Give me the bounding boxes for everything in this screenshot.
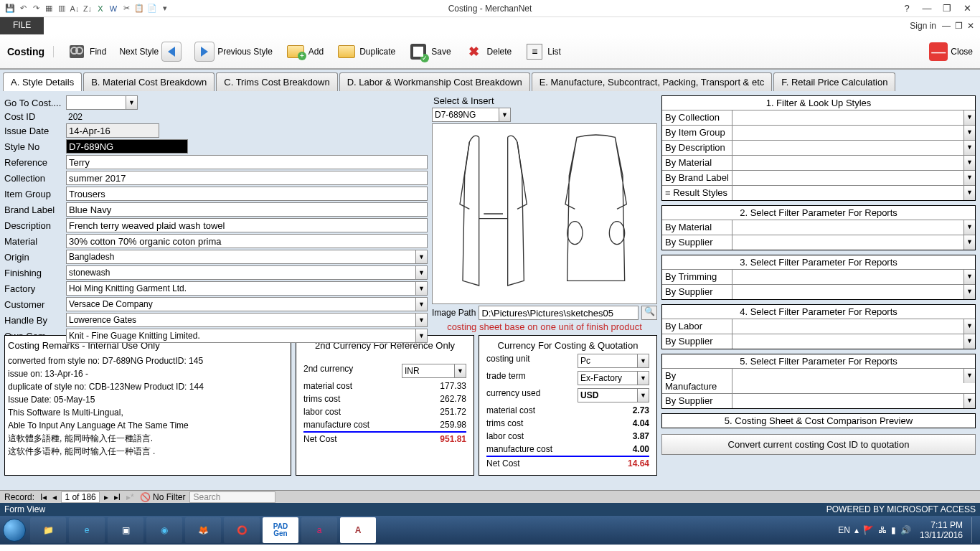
origin-combo[interactable]: Bangladesh▼: [66, 250, 428, 264]
paste-icon[interactable]: 📄: [146, 3, 158, 14]
word-icon[interactable]: W: [108, 3, 119, 14]
costing-unit-combo[interactable]: Pc▼: [578, 354, 649, 368]
taskbar-app2[interactable]: a: [301, 517, 337, 543]
p4-supplier-combo[interactable]: ▼: [732, 334, 975, 349]
tray-flag-icon[interactable]: 🚩: [863, 525, 874, 535]
item-group-field[interactable]: [66, 187, 428, 201]
tray-battery-icon[interactable]: ▮: [891, 525, 896, 535]
next-style-button[interactable]: Next Style: [119, 42, 182, 62]
tab-material-cost[interactable]: B. Material Cost Breakdown: [83, 72, 215, 91]
find-button[interactable]: Find: [67, 42, 106, 62]
help-icon[interactable]: ?: [900, 3, 914, 14]
nav-prev-icon[interactable]: ◂: [51, 492, 58, 502]
p3-supplier-combo[interactable]: ▼: [732, 285, 975, 299]
p2-supplier-combo[interactable]: ▼: [732, 235, 975, 250]
qat-icon[interactable]: ▥: [56, 3, 67, 14]
qat-dropdown-icon[interactable]: ▾: [159, 3, 171, 14]
image-path-field[interactable]: [479, 306, 639, 320]
tab-trims-cost[interactable]: C. Trims Cost Breakdown: [216, 72, 337, 91]
save-icon[interactable]: 💾: [4, 3, 16, 14]
by-collection-combo[interactable]: ▼: [732, 110, 975, 125]
save-button[interactable]: ✓Save: [408, 42, 451, 62]
qat-icon[interactable]: ▦: [43, 3, 55, 14]
prev-style-button[interactable]: Previous Style: [194, 42, 273, 62]
minimize-icon[interactable]: —: [920, 3, 934, 14]
result-styles-combo[interactable]: ▼: [732, 186, 975, 200]
sort-desc-icon[interactable]: Z↓: [82, 3, 93, 14]
issue-date-field[interactable]: [66, 123, 159, 138]
taskbar-explorer[interactable]: 📁: [30, 517, 66, 543]
description-field[interactable]: [66, 218, 428, 232]
select-insert-combo[interactable]: D7-689NG▼: [432, 108, 511, 122]
tab-labor-cost[interactable]: D. Labor & Workmanship Cost Breakdown: [339, 72, 530, 91]
duplicate-button[interactable]: Duplicate: [336, 42, 395, 62]
tab-retail-price[interactable]: F. Retail Price Calculation: [773, 72, 895, 91]
search-box[interactable]: Search: [189, 491, 275, 503]
taskbar-padgen[interactable]: PADGen: [263, 517, 298, 543]
reference-field[interactable]: [66, 155, 428, 169]
by-description-combo[interactable]: ▼: [732, 141, 975, 155]
p2-material-combo[interactable]: ▼: [732, 220, 975, 235]
taskbar-ie[interactable]: e: [69, 517, 105, 543]
by-material-combo[interactable]: ▼: [732, 156, 975, 170]
doc-minimize-icon[interactable]: —: [942, 21, 951, 31]
browse-button[interactable]: 🔍: [641, 306, 657, 320]
sort-asc-icon[interactable]: A↓: [69, 3, 80, 14]
currency2-combo[interactable]: INR▼: [402, 364, 466, 378]
own-company-combo[interactable]: Knit - Fine Guage Knitting Limited.▼: [66, 329, 428, 343]
tray-lang[interactable]: EN: [838, 525, 850, 535]
maximize-icon[interactable]: ❐: [940, 3, 954, 14]
factory-combo[interactable]: Hoi Ming Knitting Garment Ltd.▼: [66, 281, 428, 296]
tray-network-icon[interactable]: 🖧: [878, 525, 887, 535]
customer-combo[interactable]: Versace De Company▼: [66, 297, 428, 311]
close-window-icon[interactable]: ✕: [960, 3, 974, 14]
taskbar-app[interactable]: ▣: [108, 517, 143, 543]
nav-new-icon[interactable]: ▸*: [125, 492, 136, 502]
copy-icon[interactable]: 📋: [133, 3, 145, 14]
excel-icon[interactable]: X: [95, 3, 106, 14]
finishing-combo[interactable]: stonewash▼: [66, 265, 428, 280]
by-item-group-combo[interactable]: ▼: [732, 126, 975, 140]
p5-supplier-combo[interactable]: ▼: [732, 394, 975, 408]
brand-field[interactable]: [66, 202, 428, 217]
nav-last-icon[interactable]: ▸I: [113, 492, 122, 502]
collection-field[interactable]: [66, 171, 428, 185]
redo-icon[interactable]: ↷: [30, 3, 42, 14]
p3-trimming-combo[interactable]: ▼: [732, 270, 975, 284]
doc-close-icon[interactable]: ✕: [967, 21, 974, 31]
file-menu[interactable]: FILE: [0, 17, 44, 34]
cut-icon[interactable]: ✂: [121, 3, 132, 14]
show-desktop[interactable]: [971, 517, 977, 543]
p4-labor-combo[interactable]: ▼: [732, 319, 975, 334]
undo-icon[interactable]: ↶: [17, 3, 29, 14]
taskbar-teamviewer[interactable]: ◉: [146, 517, 182, 543]
tab-style-details[interactable]: A. Style Details: [3, 72, 82, 91]
list-button[interactable]: List: [524, 42, 561, 62]
filter-toggle[interactable]: 🚫 No Filter: [140, 492, 186, 502]
nav-first-icon[interactable]: I◂: [39, 492, 48, 502]
start-button[interactable]: [0, 516, 29, 545]
nav-next-icon[interactable]: ▸: [103, 492, 110, 502]
tray-clock[interactable]: 7:11 PM13/11/2016: [915, 520, 967, 541]
taskbar-chrome[interactable]: ⭕: [224, 517, 260, 543]
trade-term-combo[interactable]: Ex-Factory▼: [578, 371, 649, 385]
material-field[interactable]: [66, 234, 428, 248]
signin-link[interactable]: Sign in: [910, 21, 936, 31]
close-button[interactable]: —Close: [929, 42, 973, 61]
by-brand-combo[interactable]: ▼: [732, 171, 975, 185]
delete-button[interactable]: ✖Delete: [464, 42, 512, 62]
convert-quotation-button[interactable]: Convert current costing Cost ID to quota…: [661, 434, 976, 455]
handle-by-combo[interactable]: Lowerence Gates▼: [66, 313, 428, 327]
style-no-field[interactable]: [66, 139, 188, 154]
add-button[interactable]: +Add: [286, 42, 324, 62]
tray-chevron-icon[interactable]: ▴: [854, 525, 859, 535]
taskbar-access[interactable]: A: [340, 517, 376, 543]
taskbar-firefox[interactable]: 🦊: [185, 517, 221, 543]
doc-restore-icon[interactable]: ❐: [955, 21, 963, 31]
p5-manufacture-combo[interactable]: ▼: [732, 369, 975, 383]
goto-cost-combo[interactable]: ▼: [66, 95, 138, 110]
tab-manufacture[interactable]: E. Manufacture, Subcontract, Packing, Tr…: [532, 72, 773, 91]
currency-used-combo[interactable]: USD▼: [578, 388, 649, 402]
ribbon-tab[interactable]: Costing: [7, 46, 54, 57]
tray-volume-icon[interactable]: 🔊: [900, 525, 911, 535]
